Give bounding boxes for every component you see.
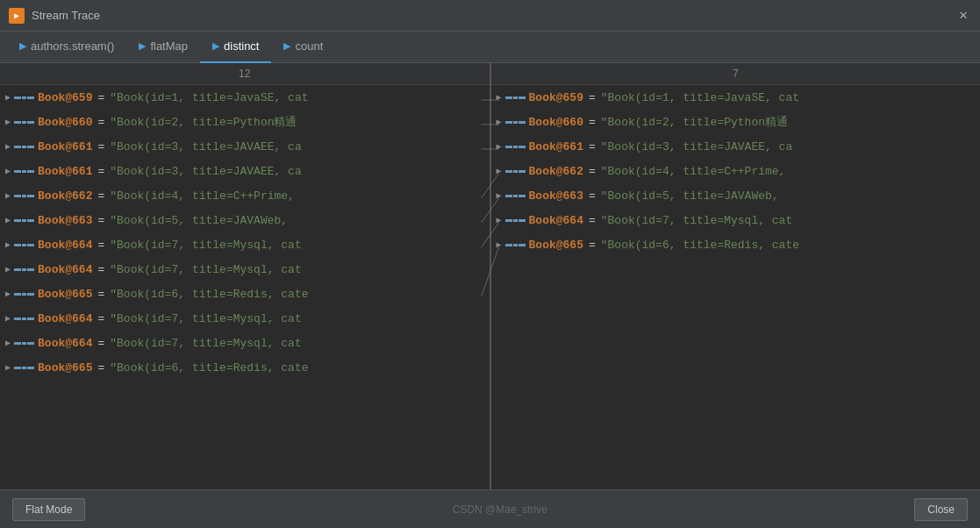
row-type-icon bbox=[14, 96, 34, 99]
obj-value: "Book(id=1, title=JavaSE, cat bbox=[601, 91, 799, 104]
right-row-1[interactable]: ▶ Book@660 = "Book(id=2, title=Python精通 bbox=[491, 110, 981, 134]
left-row-8[interactable]: ▶ Book@665 = "Book(id=6, title=Redis, ca… bbox=[0, 282, 490, 306]
left-row-1[interactable]: ▶ Book@660 = "Book(id=2, title=Python精通 bbox=[0, 110, 490, 134]
left-row-7[interactable]: ▶ Book@664 = "Book(id=7, title=Mysql, ca… bbox=[0, 257, 490, 282]
equals-sign: = bbox=[589, 239, 596, 252]
left-panel-body[interactable]: ▶ Book@659 = "Book(id=1, title=JavaSE, c… bbox=[0, 85, 490, 489]
tabs-bar: ▶ authors.stream() ▶ flatMap ▶ distinct … bbox=[0, 32, 980, 63]
tab-distinct[interactable]: ▶ distinct bbox=[200, 32, 271, 63]
left-row-2[interactable]: ▶ Book@661 = "Book(id=3, title=JAVAEE, c… bbox=[0, 134, 490, 159]
row-expand-icon: ▶ bbox=[497, 141, 502, 152]
row-expand-icon: ▶ bbox=[5, 117, 11, 127]
close-bottom-button[interactable]: Close bbox=[914, 498, 968, 521]
watermark: CSDN @Mae_strive bbox=[453, 503, 547, 516]
equals-sign: = bbox=[97, 361, 104, 375]
equals-sign: = bbox=[589, 165, 596, 178]
equals-sign: = bbox=[589, 189, 596, 203]
flat-mode-button[interactable]: Flat Mode bbox=[12, 498, 85, 521]
bottom-bar: Flat Mode CSDN @Mae_strive Close bbox=[0, 489, 980, 528]
tab-count[interactable]: ▶ count bbox=[271, 32, 335, 63]
equals-sign: = bbox=[97, 140, 104, 153]
window-title: Stream Trace bbox=[32, 9, 100, 22]
obj-name: Book@659 bbox=[529, 91, 583, 104]
tab-authors-stream[interactable]: ▶ authors.stream() bbox=[7, 32, 126, 63]
row-type-icon bbox=[505, 169, 526, 173]
obj-name: Book@661 bbox=[529, 140, 583, 153]
equals-sign: = bbox=[589, 214, 596, 227]
row-type-icon bbox=[14, 268, 34, 271]
obj-value: "Book(id=4, title=C++Prime, bbox=[110, 189, 295, 203]
right-row-2[interactable]: ▶ Book@661 = "Book(id=3, title=JAVAEE, c… bbox=[491, 134, 981, 159]
equals-sign: = bbox=[97, 239, 104, 252]
obj-name: Book@660 bbox=[38, 116, 92, 129]
left-panel-header: 12 bbox=[0, 63, 490, 85]
right-panel-body[interactable]: ▶ Book@659 = "Book(id=1, title=JavaSE, c… bbox=[491, 85, 981, 489]
right-panel-header: 7 bbox=[491, 63, 981, 85]
row-type-icon bbox=[505, 145, 526, 148]
left-panel: 12 ▶ Book@659 = "Book(id=1, title=JavaSE… bbox=[0, 63, 490, 489]
title-bar: ▶ Stream Trace ✕ bbox=[0, 0, 980, 32]
right-row-6[interactable]: ▶ Book@665 = "Book(id=6, title=Redis, ca… bbox=[491, 232, 981, 257]
row-type-icon bbox=[505, 218, 526, 222]
equals-sign: = bbox=[97, 337, 104, 350]
equals-sign: = bbox=[97, 91, 104, 104]
row-expand-icon: ▶ bbox=[5, 338, 11, 348]
row-expand-icon: ▶ bbox=[5, 239, 11, 250]
left-row-0[interactable]: ▶ Book@659 = "Book(id=1, title=JavaSE, c… bbox=[0, 85, 490, 110]
obj-value: "Book(id=7, title=Mysql, cat bbox=[110, 337, 301, 350]
equals-sign: = bbox=[589, 116, 596, 129]
obj-name: Book@665 bbox=[38, 361, 92, 375]
obj-name: Book@663 bbox=[38, 214, 92, 227]
obj-value: "Book(id=6, title=Redis, cate bbox=[110, 361, 308, 375]
obj-name: Book@664 bbox=[38, 239, 92, 252]
obj-name: Book@663 bbox=[529, 189, 583, 203]
obj-name: Book@664 bbox=[529, 214, 583, 227]
equals-sign: = bbox=[97, 214, 104, 227]
obj-name: Book@660 bbox=[529, 116, 583, 129]
obj-value: "Book(id=2, title=Python精通 bbox=[110, 114, 297, 130]
right-row-3[interactable]: ▶ Book@662 = "Book(id=4, title=C++Prime, bbox=[491, 159, 981, 183]
equals-sign: = bbox=[97, 263, 104, 276]
equals-sign: = bbox=[97, 288, 104, 301]
equals-sign: = bbox=[97, 312, 104, 325]
row-type-icon bbox=[14, 292, 34, 296]
tab-arrow-icon: ▶ bbox=[19, 40, 26, 52]
row-expand-icon: ▶ bbox=[497, 166, 502, 176]
right-row-4[interactable]: ▶ Book@663 = "Book(id=5, title=JAVAWeb, bbox=[491, 183, 981, 208]
equals-sign: = bbox=[97, 116, 104, 129]
obj-name: Book@661 bbox=[38, 140, 92, 153]
obj-name: Book@661 bbox=[38, 165, 92, 178]
tab-arrow-icon: ▶ bbox=[139, 40, 146, 52]
equals-sign: = bbox=[97, 165, 104, 178]
row-type-icon bbox=[14, 317, 34, 320]
tab-arrow-icon: ▶ bbox=[212, 40, 219, 52]
tab-flatmap[interactable]: ▶ flatMap bbox=[126, 32, 200, 63]
row-type-icon bbox=[14, 120, 34, 124]
close-button[interactable]: ✕ bbox=[955, 7, 971, 25]
tab-arrow-icon: ▶ bbox=[283, 40, 290, 52]
left-row-3[interactable]: ▶ Book@661 = "Book(id=3, title=JAVAEE, c… bbox=[0, 159, 490, 183]
obj-value: "Book(id=3, title=JAVAEE, ca bbox=[110, 165, 301, 178]
row-type-icon bbox=[505, 194, 526, 197]
obj-value: "Book(id=5, title=JAVAWeb, bbox=[110, 214, 288, 227]
left-row-9[interactable]: ▶ Book@664 = "Book(id=7, title=Mysql, ca… bbox=[0, 306, 490, 331]
left-row-11[interactable]: ▶ Book@665 = "Book(id=6, title=Redis, ca… bbox=[0, 355, 490, 380]
obj-name: Book@664 bbox=[38, 337, 92, 350]
row-expand-icon: ▶ bbox=[497, 215, 502, 225]
obj-name: Book@664 bbox=[38, 263, 92, 276]
row-type-icon bbox=[14, 145, 34, 148]
right-row-5[interactable]: ▶ Book@664 = "Book(id=7, title=Mysql, ca… bbox=[491, 208, 981, 232]
left-row-10[interactable]: ▶ Book@664 = "Book(id=7, title=Mysql, ca… bbox=[0, 331, 490, 355]
row-expand-icon: ▶ bbox=[5, 313, 11, 324]
obj-name: Book@665 bbox=[529, 239, 583, 252]
left-row-6[interactable]: ▶ Book@664 = "Book(id=7, title=Mysql, ca… bbox=[0, 232, 490, 257]
left-row-5[interactable]: ▶ Book@663 = "Book(id=5, title=JAVAWeb, bbox=[0, 208, 490, 232]
row-expand-icon: ▶ bbox=[5, 141, 11, 152]
left-row-4[interactable]: ▶ Book@662 = "Book(id=4, title=C++Prime, bbox=[0, 183, 490, 208]
row-expand-icon: ▶ bbox=[497, 117, 502, 127]
row-expand-icon: ▶ bbox=[5, 215, 11, 225]
right-row-0[interactable]: ▶ Book@659 = "Book(id=1, title=JavaSE, c… bbox=[491, 85, 981, 110]
equals-sign: = bbox=[589, 140, 596, 153]
obj-value: "Book(id=2, title=Python精通 bbox=[601, 114, 788, 130]
row-expand-icon: ▶ bbox=[497, 239, 502, 250]
